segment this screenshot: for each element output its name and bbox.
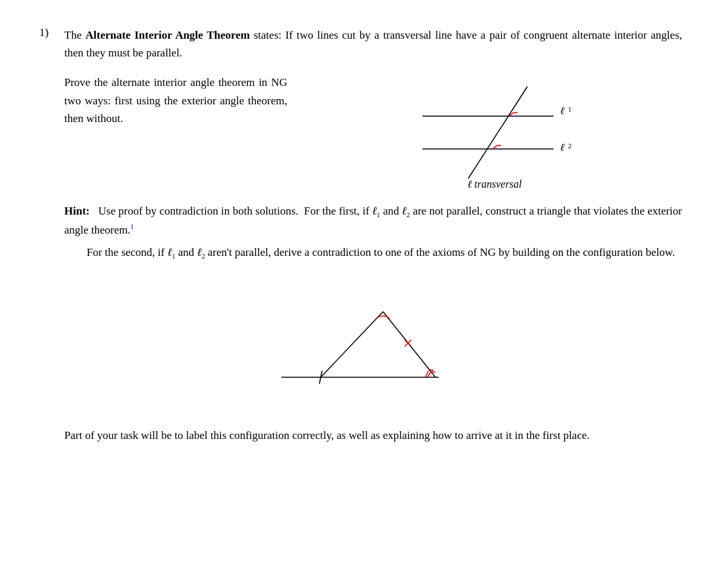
problem-middle: Prove the alternate interior angle theor… (64, 73, 682, 190)
footnote-1: 1 (131, 224, 134, 231)
problem-number: 1) (39, 26, 64, 445)
transversal-diagram: ℓ 1 ℓ 2 ℓ transversal (307, 73, 682, 190)
prove-text: Prove the alternate interior angle theor… (64, 73, 287, 127)
page-content: 1) The Alternate Interior Angle Theorem … (39, 26, 682, 445)
hint-label: Hint: (64, 205, 90, 217)
svg-line-2 (468, 87, 527, 178)
hint-section: Hint: Use proof by contradiction in both… (64, 202, 682, 262)
triangle-diagram-container (64, 276, 682, 407)
transversal-label: ℓ transversal (468, 178, 522, 190)
transversal-svg: ℓ 1 ℓ 2 (403, 80, 586, 185)
svg-text:ℓ: ℓ (560, 142, 565, 153)
svg-text:ℓ: ℓ (560, 105, 565, 116)
triangle-svg (268, 276, 478, 407)
svg-text:1: 1 (568, 105, 572, 113)
problem-body: The Alternate Interior Angle Theorem sta… (64, 26, 682, 445)
hint-paragraph: Hint: Use proof by contradiction in both… (64, 202, 682, 239)
statement-part1: The (64, 29, 85, 41)
problem-statement: The Alternate Interior Angle Theorem sta… (64, 26, 682, 62)
svg-line-8 (321, 312, 383, 377)
second-hint-paragraph: For the second, if ℓ1 and ℓ2 aren't para… (64, 243, 682, 262)
bottom-text: Part of your task will be to label this … (64, 426, 682, 445)
svg-text:2: 2 (568, 142, 572, 150)
statement-bold: Alternate Interior Angle Theorem (85, 29, 250, 41)
problem-1: 1) The Alternate Interior Angle Theorem … (39, 26, 682, 445)
